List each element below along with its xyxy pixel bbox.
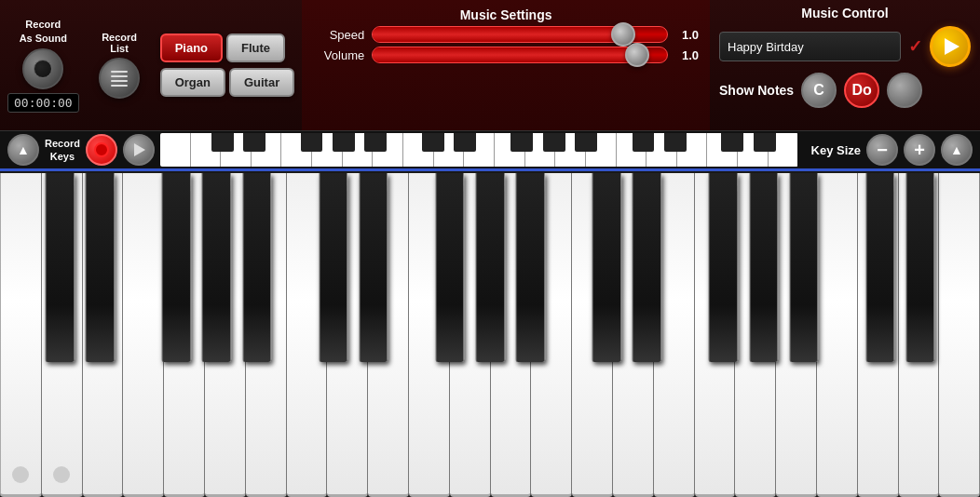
black-key-8[interactable] — [435, 173, 465, 362]
speed-slider-knob[interactable] — [611, 22, 635, 47]
black-key-7[interactable] — [359, 173, 388, 362]
black-key-10[interactable] — [515, 173, 545, 362]
speed-slider-fill — [373, 27, 622, 42]
volume-label: Volume — [313, 48, 364, 62]
record-button-inner — [34, 60, 52, 78]
instrument-row-2: Organ Guitar — [160, 68, 295, 97]
record-as-sound-label: Record As Sound — [20, 18, 67, 45]
record-as-sound-section: Record As Sound 00:00:00 — [7, 18, 79, 113]
organ-button[interactable]: Organ — [160, 68, 225, 97]
black-key-6[interactable] — [319, 173, 348, 362]
black-key-17[interactable] — [905, 173, 935, 362]
piano-button[interactable]: Piano — [160, 34, 223, 62]
record-list-section: Record List — [85, 32, 155, 99]
key-size-decrease-button[interactable]: − — [866, 134, 898, 166]
record-as-sound-button[interactable] — [22, 48, 63, 89]
key-label-1 — [12, 466, 29, 483]
music-settings-section: Music Settings Speed 1.0 Volume 1.0 — [302, 0, 710, 130]
list-line-4 — [111, 85, 128, 87]
list-line-1 — [111, 71, 128, 73]
song-select[interactable]: Happy Birtday — [719, 32, 901, 61]
black-key-16[interactable] — [865, 173, 895, 362]
black-key-3[interactable] — [162, 173, 192, 362]
play-button-large[interactable] — [930, 26, 971, 67]
guitar-button[interactable]: Guitar — [229, 68, 294, 97]
piano-area — [0, 171, 980, 497]
flute-button[interactable]: Flute — [226, 34, 285, 62]
white-key-4[interactable] — [123, 173, 164, 497]
white-key-21[interactable] — [817, 173, 858, 497]
volume-slider-knob[interactable] — [625, 43, 649, 67]
black-key-2[interactable] — [86, 173, 116, 362]
record-list-label: Record List — [102, 32, 137, 54]
list-icon — [111, 71, 128, 87]
black-key-11[interactable] — [592, 173, 621, 362]
speed-value: 1.0 — [675, 28, 699, 42]
record-keys-label: Record Keys — [45, 137, 80, 164]
scroll-left-button[interactable]: ▲ — [7, 134, 39, 166]
note-do-button[interactable]: Do — [844, 73, 879, 108]
volume-slider-fill — [373, 47, 637, 62]
show-notes-row: Show Notes C Do — [719, 73, 971, 108]
list-line-3 — [111, 80, 128, 82]
black-key-14[interactable] — [749, 173, 779, 362]
speed-slider-row: Speed 1.0 — [313, 26, 699, 43]
piano-keyboard — [0, 171, 980, 497]
black-key-13[interactable] — [709, 173, 739, 362]
record-button[interactable] — [86, 134, 117, 166]
song-selector-row: Happy Birtday ✓ — [719, 26, 971, 67]
play-button-small[interactable] — [123, 134, 155, 166]
left-controls: Record As Sound 00:00:00 Record List — [0, 0, 302, 130]
instrument-row-1: Piano Flute — [160, 34, 295, 62]
record-icon — [94, 142, 109, 157]
black-key-5[interactable] — [242, 173, 272, 362]
instrument-buttons: Piano Flute Organ Guitar — [160, 34, 295, 97]
volume-slider-track[interactable] — [372, 47, 668, 63]
speed-label: Speed — [313, 28, 364, 42]
list-line-2 — [111, 75, 128, 77]
note-knob[interactable] — [887, 73, 922, 108]
scroll-right-button[interactable]: ▲ — [941, 134, 973, 166]
volume-slider-row: Volume 1.0 — [313, 47, 699, 63]
music-control-section: Music Control Happy Birtday ✓ Show Notes… — [710, 0, 980, 130]
show-notes-label: Show Notes — [719, 83, 794, 98]
black-key-1[interactable] — [45, 173, 75, 362]
black-key-12[interactable] — [633, 173, 662, 362]
play-icon — [945, 38, 960, 55]
key-size-increase-button[interactable]: + — [904, 134, 935, 166]
speed-slider-track[interactable] — [372, 26, 668, 43]
black-key-9[interactable] — [475, 173, 505, 362]
black-key-15[interactable] — [789, 173, 819, 362]
white-key-1[interactable] — [0, 173, 42, 497]
music-settings-title: Music Settings — [313, 7, 699, 22]
volume-value: 1.0 — [675, 48, 699, 62]
key-size-label: Key Size — [811, 143, 861, 157]
keys-strip — [160, 133, 798, 167]
key-label-2 — [53, 466, 70, 483]
checkmark-icon: ✓ — [908, 36, 922, 57]
record-list-button[interactable] — [99, 58, 140, 99]
timer-display: 00:00:00 — [7, 93, 79, 113]
black-key-4[interactable] — [202, 173, 232, 362]
note-c-button[interactable]: C — [801, 73, 837, 108]
play-small-icon — [134, 143, 145, 156]
white-key-24[interactable] — [939, 173, 980, 497]
music-control-title: Music Control — [719, 6, 971, 20]
